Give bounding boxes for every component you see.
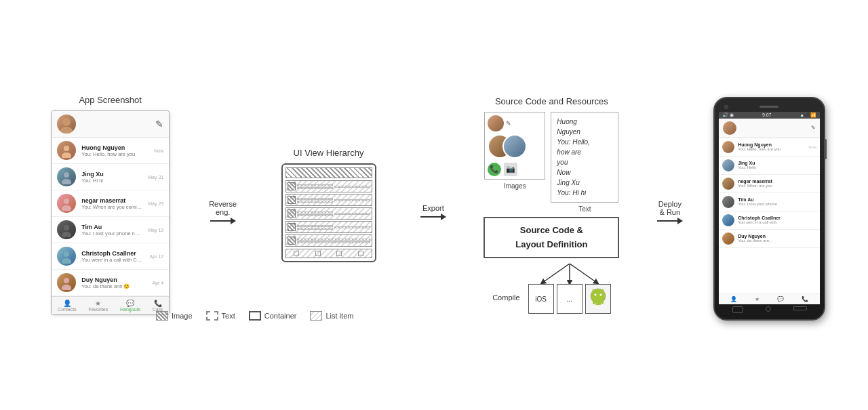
- tab-calls: 📞 Calls: [153, 300, 163, 312]
- tab-icon-calls: 📞: [802, 296, 808, 302]
- h-list-item: [285, 180, 372, 192]
- compile-label: Compile: [492, 293, 519, 302]
- home-button: [766, 306, 771, 312]
- avatar: [722, 141, 734, 153]
- tab-hangouts: 💬 Hangouts: [120, 300, 140, 312]
- arrow-line: [210, 218, 236, 224]
- arrow-shaft: [210, 220, 231, 222]
- legend-image: Image: [156, 311, 193, 321]
- svg-point-0: [62, 118, 71, 126]
- legend-listitem: List item: [310, 311, 353, 321]
- android-target: [585, 284, 611, 314]
- contact-msg: You: I lost your phone number: [81, 230, 142, 237]
- source-wrapper: ✎ 📞 📷 Images: [484, 112, 619, 314]
- tab-icon-hangouts: 💬: [777, 296, 784, 302]
- avatar: [57, 115, 76, 134]
- list-item: Jing Xu You: Hi hi May 31: [52, 164, 169, 190]
- deploy-run-label: Deploy & Run: [658, 200, 682, 216]
- h-image: [288, 196, 296, 204]
- svg-point-2: [64, 146, 69, 151]
- svg-rect-23: [595, 302, 601, 305]
- back-button: [732, 306, 743, 313]
- svg-point-4: [64, 172, 69, 178]
- avatar: [722, 159, 734, 171]
- h-list-item: [285, 194, 372, 206]
- compile-section: Compile: [484, 264, 619, 314]
- tab-icon-contacts: 👤: [730, 296, 737, 302]
- svg-rect-21: [593, 300, 595, 304]
- contact-name: Jing Xu: [81, 171, 142, 178]
- recents-button: [793, 306, 807, 310]
- contact-msg: You: Hi hi: [81, 178, 142, 184]
- phone-screen-header: ✎: [719, 119, 820, 138]
- contact-time: May 31: [148, 175, 163, 180]
- contact-name: Christoph Csallner: [81, 250, 144, 257]
- app-screenshot-section: App Screenshot ✎ Huong Nguyen You: Hello…: [43, 95, 178, 315]
- legend-container-label: Container: [264, 312, 297, 320]
- svg-rect-22: [601, 300, 604, 304]
- list-item: Duy Nguyen You: da thank anh 😊 Apr 4: [52, 270, 169, 296]
- list-item: Huong Nguyen You: Hello, how are you Now: [719, 138, 820, 157]
- svg-point-7: [62, 205, 71, 211]
- svg-point-1: [60, 127, 73, 134]
- svg-line-16: [570, 264, 597, 283]
- contact-time: Now: [154, 148, 163, 153]
- svg-point-12: [64, 278, 69, 283]
- source-code-label: Source Code and Resources: [495, 96, 608, 106]
- text-box: HuongNguyenYou: Hello,how areyouNowJing …: [551, 112, 618, 203]
- tab-favorites: ★ Favorites: [88, 300, 108, 312]
- contact-msg: You were in a call with Christoph: [81, 257, 144, 263]
- list-item: negar maserrat You: When are you: [719, 175, 820, 193]
- side-button: [825, 139, 827, 159]
- edit-icon-src: ✎: [506, 120, 511, 127]
- text-label: Text: [578, 205, 591, 213]
- contact-info: Christoph Csallner You were in a call wi…: [81, 250, 144, 263]
- contact-msg: You: da thank anh 😊: [81, 283, 146, 289]
- arrow-head: [441, 213, 446, 220]
- contact-time: May 19: [148, 228, 163, 232]
- list-item: Duy Nguyen You: da there are...: [719, 230, 820, 248]
- svg-point-6: [64, 199, 69, 204]
- svg-point-3: [62, 152, 71, 158]
- svg-point-11: [62, 258, 71, 264]
- text-content: HuongNguyenYou: Hello,how areyouNowJing …: [557, 117, 612, 198]
- list-item: Christoph Csallner You sent in a call wi…: [719, 211, 820, 230]
- export-label: Export: [422, 204, 444, 212]
- contact-time: Apr 4: [152, 281, 163, 285]
- source-code-box: Source Code & Layout Definition: [484, 217, 619, 259]
- android-icon: [588, 287, 608, 311]
- h-text-block: [297, 238, 370, 244]
- ios-target: iOS: [528, 284, 554, 314]
- h-image: [288, 223, 296, 231]
- svg-line-14: [542, 264, 570, 283]
- h-bottom-bar: [285, 249, 372, 258]
- header-edit-icon: ✎: [811, 125, 816, 131]
- contact-name: negar maserrat: [81, 197, 142, 204]
- avatar: [57, 194, 76, 213]
- h-top-bar: [285, 167, 372, 178]
- svg-point-13: [62, 285, 71, 290]
- h-list-item: [285, 221, 372, 233]
- contact-name: Huong Nguyen: [81, 144, 149, 151]
- contact-info: negar maserrat You: When are you coming …: [81, 197, 142, 210]
- avatar: [722, 178, 734, 190]
- final-phone-section: 🔊 ◉ 9:07 ▲⬛📶 ✎ Huong Nguyen You: Hello, …: [713, 97, 825, 321]
- ui-hierarchy-label: UI View Hierarchy: [294, 148, 364, 158]
- legend-container-box: [249, 311, 261, 321]
- branch-arrows: [529, 264, 610, 284]
- edit-icon: ✎: [155, 119, 163, 129]
- svg-point-20: [599, 294, 601, 296]
- export-arrow: Export: [420, 204, 446, 220]
- arrow-line: [420, 213, 446, 220]
- contact-info: Huong Nguyen You: Hello, how are you: [81, 144, 149, 157]
- phone-screen: ✎ Huong Nguyen You: Hello, how are you N…: [719, 119, 820, 304]
- phone-header: ✎: [52, 111, 169, 138]
- h-image: [288, 182, 296, 190]
- legend-text-box: [206, 311, 218, 321]
- legend-image-box: [156, 311, 168, 321]
- legend-text-label: Text: [222, 312, 235, 320]
- deploy-run-arrow: Deploy & Run: [657, 200, 683, 224]
- header-avatar: [723, 121, 736, 135]
- phone-status-bar: 🔊 ◉ 9:07 ▲⬛📶: [719, 112, 820, 119]
- star-icon: ★: [88, 300, 108, 307]
